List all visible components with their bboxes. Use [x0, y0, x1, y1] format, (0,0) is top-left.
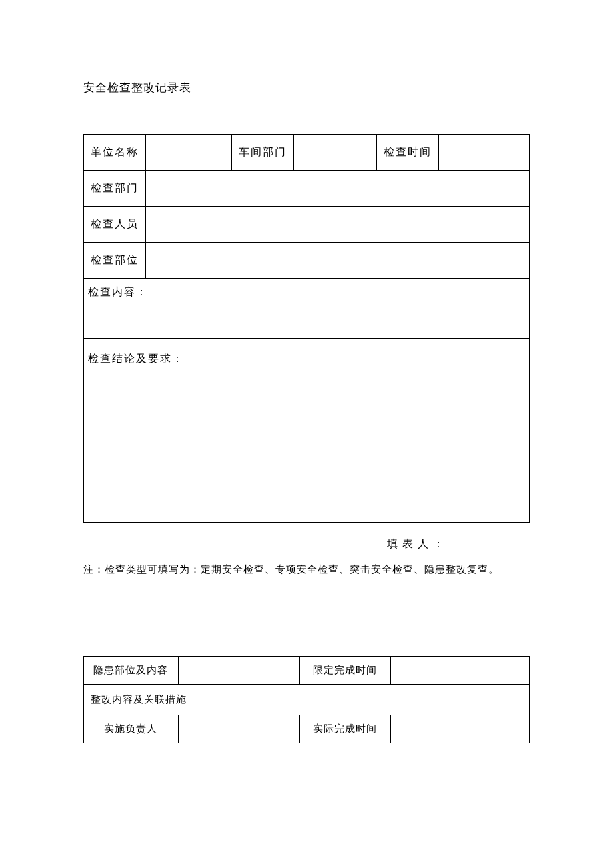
value-check-personnel	[146, 207, 530, 243]
row-header: 单位名称 车间部门 检查时间	[84, 135, 530, 171]
spacer	[83, 576, 530, 656]
label-check-personnel: 检查人员	[84, 207, 146, 243]
label-rectification-measures: 整改内容及关联措施	[84, 685, 530, 715]
row-conclusion: 检查结论及要求：	[84, 339, 530, 523]
label-check-location: 检查部位	[84, 243, 146, 279]
document-title: 安全检查整改记录表	[83, 80, 530, 95]
label-conclusion: 检查结论及要求：	[84, 339, 530, 523]
label-check-dept: 检查部门	[84, 171, 146, 207]
row-responsible: 实施负责人 实际完成时间	[84, 715, 530, 743]
label-hazard-location: 隐患部位及内容	[84, 657, 179, 685]
value-check-time	[439, 135, 530, 171]
row-check-content: 检查内容：	[84, 279, 530, 339]
value-actual-completion	[391, 715, 530, 743]
row-hazard: 隐患部位及内容 限定完成时间	[84, 657, 530, 685]
value-check-location	[146, 243, 530, 279]
label-unit-name: 单位名称	[84, 135, 146, 171]
value-unit-name	[146, 135, 232, 171]
row-rectification-content: 整改内容及关联措施	[84, 685, 530, 715]
value-hazard-location	[178, 657, 299, 685]
value-workshop-dept	[294, 135, 377, 171]
note-text: 注：检查类型可填写为：定期安全检查、专项安全检查、突击安全检查、隐患整改复查。	[83, 563, 530, 576]
inspection-main-table: 单位名称 车间部门 检查时间 检查部门 检查人员 检查部位 检查内容： 检查结论…	[83, 134, 530, 523]
row-check-dept: 检查部门	[84, 171, 530, 207]
label-actual-completion: 实际完成时间	[300, 715, 391, 743]
row-check-personnel: 检查人员	[84, 207, 530, 243]
label-workshop-dept: 车间部门	[231, 135, 293, 171]
label-check-time: 检查时间	[376, 135, 438, 171]
value-check-dept	[146, 171, 530, 207]
filler-person: 填表人：	[83, 537, 530, 551]
label-responsible-person: 实施负责人	[84, 715, 179, 743]
label-check-content: 检查内容：	[84, 279, 530, 339]
value-responsible-person	[178, 715, 299, 743]
rectification-table: 隐患部位及内容 限定完成时间 整改内容及关联措施 实施负责人 实际完成时间	[83, 656, 530, 743]
row-check-location: 检查部位	[84, 243, 530, 279]
label-deadline: 限定完成时间	[300, 657, 391, 685]
value-deadline	[391, 657, 530, 685]
